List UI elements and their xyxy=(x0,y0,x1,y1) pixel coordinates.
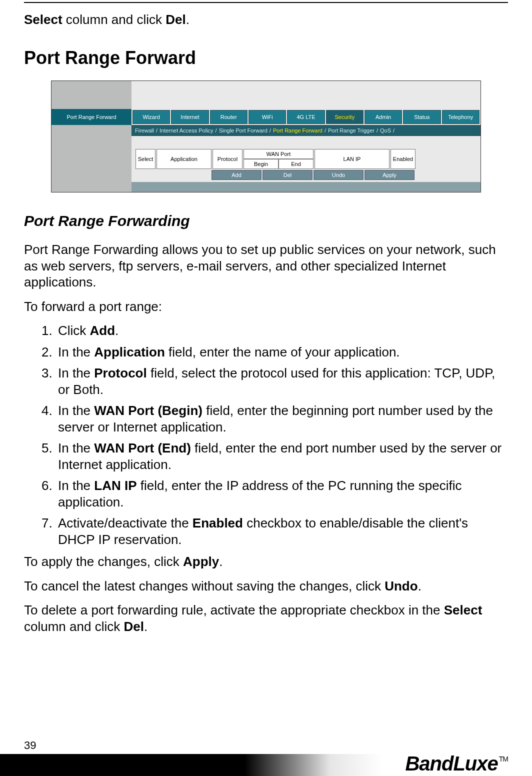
sidebar-label: Port Range Forward xyxy=(52,109,132,125)
col-lanip: LAN IP xyxy=(314,149,390,169)
tab-wizard[interactable]: Wizard xyxy=(132,110,170,124)
add-button[interactable]: Add xyxy=(212,170,262,180)
col-wan-begin: Begin xyxy=(244,159,278,169)
sep: / xyxy=(216,128,217,134)
col-protocol: Protocol xyxy=(212,149,242,169)
intro-tail: . xyxy=(186,12,190,27)
router-ui-screenshot: Port Range Forward Wizard Internet Route… xyxy=(51,80,481,192)
port-table-header: Select Application Protocol WAN Port Beg… xyxy=(136,149,476,169)
button-row: Add Del Undo Apply xyxy=(212,170,476,180)
ss-subtabs-row: Firewall / Internet Access Policy / Sing… xyxy=(52,125,480,136)
ss-tablewrap: Select Application Protocol WAN Port Beg… xyxy=(52,149,480,169)
step-6: In the LAN IP field, enter the IP addres… xyxy=(56,478,508,510)
col-wan-end: End xyxy=(278,159,314,169)
ss-btnrow: Add Del Undo Apply xyxy=(52,169,480,182)
col-application: Application xyxy=(156,149,212,169)
tab-security[interactable]: Security xyxy=(326,110,364,124)
apply-button[interactable]: Apply xyxy=(364,170,414,180)
subtab-iap[interactable]: Internet Access Policy xyxy=(160,128,214,134)
brand-text: BandLuxe xyxy=(405,752,498,775)
page-title: Port Range Forward xyxy=(24,48,508,68)
subtab-prf[interactable]: Port Range Forward xyxy=(273,128,322,134)
sep: / xyxy=(270,128,271,134)
undo-button[interactable]: Undo xyxy=(314,170,364,180)
tab-status[interactable]: Status xyxy=(403,110,440,124)
ss-bottom xyxy=(52,182,480,192)
del-button[interactable]: Del xyxy=(262,170,312,180)
step-5: In the WAN Port (End) field, enter the e… xyxy=(56,440,508,472)
paragraph-undo: To cancel the latest changes without sav… xyxy=(24,578,508,594)
top-rule xyxy=(24,2,508,3)
intro-line: Select column and click Del. xyxy=(24,12,508,28)
col-enabled: Enabled xyxy=(390,149,416,169)
col-select: Select xyxy=(136,149,156,169)
ss-subtabs-left xyxy=(52,125,132,136)
subtab-firewall[interactable]: Firewall xyxy=(135,128,154,134)
intro-bold-del: Del xyxy=(166,12,186,27)
sep: / xyxy=(324,128,326,134)
paragraph-apply: To apply the changes, click Apply. xyxy=(24,554,508,570)
tab-router[interactable]: Router xyxy=(210,110,248,124)
sep: / xyxy=(393,128,394,134)
subtab-spf[interactable]: Single Port Forward xyxy=(219,128,268,134)
steps-list: Click Add. In the Application field, ent… xyxy=(56,322,508,548)
step-1: Click Add. xyxy=(56,322,508,339)
tab-telephony[interactable]: Telephony xyxy=(442,110,480,124)
page-footer: 39 BandLuxe TM xyxy=(0,739,532,776)
page-number: 39 xyxy=(0,739,532,752)
step-7: Activate/deactivate the Enabled checkbox… xyxy=(56,515,508,548)
sep: / xyxy=(156,128,158,134)
tab-internet[interactable]: Internet xyxy=(171,110,208,124)
ss-top-row xyxy=(52,81,480,109)
step-2: In the Application field, enter the name… xyxy=(56,344,508,360)
ss-top-right xyxy=(132,81,480,109)
sep: / xyxy=(376,128,378,134)
subtab-prt[interactable]: Port Range Trigger xyxy=(328,128,374,134)
ss-spacer xyxy=(52,136,480,149)
subtab-qos[interactable]: QoS xyxy=(380,128,391,134)
sub-tabs: Firewall / Internet Access Policy / Sing… xyxy=(132,125,480,136)
trademark-icon: TM xyxy=(499,755,508,763)
col-wanport: WAN Port Begin End xyxy=(244,149,314,169)
step-3: In the Protocol field, select the protoc… xyxy=(56,365,508,398)
section-heading: Port Range Forwarding xyxy=(24,212,508,230)
footer-bar: BandLuxe TM xyxy=(0,754,532,776)
paragraph-delete: To delete a port forwarding rule, activa… xyxy=(24,602,508,634)
paragraph-lead: To forward a port range: xyxy=(24,298,508,315)
paragraph-intro: Port Range Forwarding allows you to set … xyxy=(24,242,508,290)
tab-admin[interactable]: Admin xyxy=(364,110,402,124)
ss-gray-left xyxy=(52,81,132,109)
intro-bold-select: Select xyxy=(24,12,62,27)
brand-logo: BandLuxe TM xyxy=(405,752,508,775)
intro-mid: column and click xyxy=(62,12,166,27)
step-4: In the WAN Port (Begin) field, enter the… xyxy=(56,402,508,435)
tab-wifi[interactable]: WiFi xyxy=(248,110,286,124)
tab-4glte[interactable]: 4G LTE xyxy=(287,110,324,124)
ss-tab-row: Port Range Forward Wizard Internet Route… xyxy=(52,109,480,125)
main-tabs: Wizard Internet Router WiFi 4G LTE Secur… xyxy=(132,109,480,125)
col-wanport-label: WAN Port xyxy=(244,149,314,159)
